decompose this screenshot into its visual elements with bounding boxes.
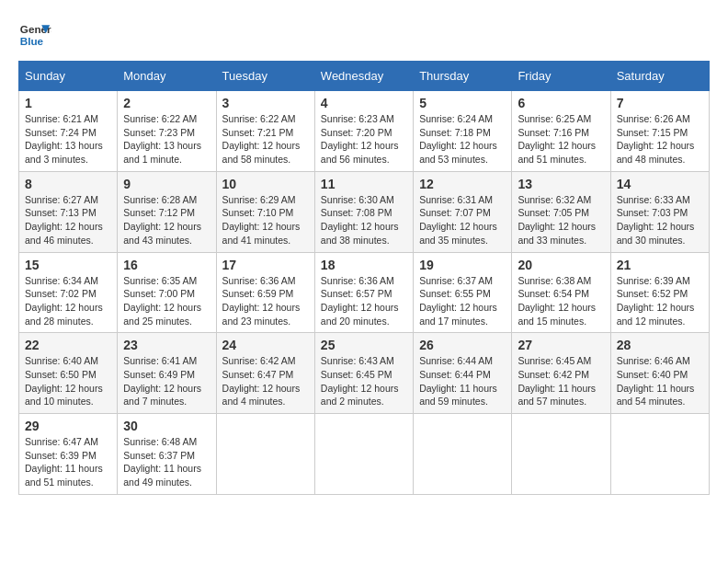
day-number: 9 — [123, 177, 210, 191]
col-wednesday: Wednesday — [314, 62, 413, 91]
calendar-cell: 24Sunrise: 6:42 AMSunset: 6:47 PMDayligh… — [216, 333, 314, 414]
day-number: 25 — [321, 338, 407, 352]
day-number: 10 — [222, 177, 309, 191]
day-number: 19 — [419, 258, 506, 272]
day-detail: Sunrise: 6:33 AMSunset: 7:03 PMDaylight:… — [617, 193, 703, 247]
day-number: 18 — [321, 258, 407, 272]
calendar-cell: 26Sunrise: 6:44 AMSunset: 6:44 PMDayligh… — [414, 333, 512, 414]
day-detail: Sunrise: 6:28 AMSunset: 7:12 PMDaylight:… — [123, 193, 210, 247]
col-friday: Friday — [512, 62, 610, 91]
logo-icon: General Blue — [18, 18, 51, 52]
calendar-cell — [314, 414, 413, 495]
calendar-cell: 12Sunrise: 6:31 AMSunset: 7:07 PMDayligh… — [414, 171, 512, 252]
calendar-cell: 11Sunrise: 6:30 AMSunset: 7:08 PMDayligh… — [314, 171, 413, 252]
day-number: 8 — [25, 177, 111, 191]
header: General Blue — [18, 18, 710, 52]
day-number: 5 — [419, 96, 506, 110]
calendar-cell: 28Sunrise: 6:46 AMSunset: 6:40 PMDayligh… — [610, 333, 709, 414]
day-number: 29 — [25, 419, 111, 433]
day-number: 22 — [25, 338, 111, 352]
calendar-cell: 6Sunrise: 6:25 AMSunset: 7:16 PMDaylight… — [512, 91, 610, 172]
col-sunday: Sunday — [19, 62, 118, 91]
day-number: 13 — [518, 177, 604, 191]
day-number: 7 — [617, 96, 703, 110]
calendar-cell: 20Sunrise: 6:38 AMSunset: 6:54 PMDayligh… — [512, 252, 610, 333]
day-detail: Sunrise: 6:21 AMSunset: 7:24 PMDaylight:… — [25, 112, 111, 167]
day-detail: Sunrise: 6:22 AMSunset: 7:23 PMDaylight:… — [123, 112, 210, 167]
day-number: 16 — [123, 258, 210, 272]
calendar-cell — [512, 414, 610, 495]
day-number: 3 — [222, 96, 309, 110]
calendar-cell: 17Sunrise: 6:36 AMSunset: 6:59 PMDayligh… — [216, 252, 314, 333]
day-number: 14 — [617, 177, 703, 191]
col-monday: Monday — [118, 62, 216, 91]
day-detail: Sunrise: 6:39 AMSunset: 6:52 PMDaylight:… — [617, 274, 703, 328]
day-number: 30 — [123, 419, 210, 433]
day-detail: Sunrise: 6:36 AMSunset: 6:59 PMDaylight:… — [222, 274, 309, 328]
calendar-cell — [414, 414, 512, 495]
day-detail: Sunrise: 6:29 AMSunset: 7:10 PMDaylight:… — [222, 193, 309, 247]
day-detail: Sunrise: 6:26 AMSunset: 7:15 PMDaylight:… — [617, 112, 703, 167]
calendar-cell: 7Sunrise: 6:26 AMSunset: 7:15 PMDaylight… — [610, 91, 709, 172]
calendar-cell: 9Sunrise: 6:28 AMSunset: 7:12 PMDaylight… — [118, 171, 216, 252]
calendar-cell: 19Sunrise: 6:37 AMSunset: 6:55 PMDayligh… — [414, 252, 512, 333]
day-number: 28 — [617, 338, 703, 352]
calendar-week-row: 29Sunrise: 6:47 AMSunset: 6:39 PMDayligh… — [19, 414, 710, 495]
calendar-cell: 23Sunrise: 6:41 AMSunset: 6:49 PMDayligh… — [118, 333, 216, 414]
calendar-cell — [610, 414, 709, 495]
day-detail: Sunrise: 6:44 AMSunset: 6:44 PMDaylight:… — [419, 354, 506, 408]
calendar-cell: 3Sunrise: 6:22 AMSunset: 7:21 PMDaylight… — [216, 91, 314, 172]
day-detail: Sunrise: 6:27 AMSunset: 7:13 PMDaylight:… — [25, 193, 111, 247]
day-detail: Sunrise: 6:36 AMSunset: 6:57 PMDaylight:… — [321, 274, 407, 328]
day-detail: Sunrise: 6:46 AMSunset: 6:40 PMDaylight:… — [617, 354, 703, 408]
svg-text:Blue: Blue — [20, 35, 44, 47]
day-detail: Sunrise: 6:41 AMSunset: 6:49 PMDaylight:… — [123, 354, 210, 408]
calendar-cell: 30Sunrise: 6:48 AMSunset: 6:37 PMDayligh… — [118, 414, 216, 495]
calendar-cell: 13Sunrise: 6:32 AMSunset: 7:05 PMDayligh… — [512, 171, 610, 252]
day-detail: Sunrise: 6:40 AMSunset: 6:50 PMDaylight:… — [25, 354, 111, 408]
day-number: 12 — [419, 177, 506, 191]
day-detail: Sunrise: 6:43 AMSunset: 6:45 PMDaylight:… — [321, 354, 407, 408]
calendar-cell: 15Sunrise: 6:34 AMSunset: 7:02 PMDayligh… — [19, 252, 118, 333]
calendar-cell: 4Sunrise: 6:23 AMSunset: 7:20 PMDaylight… — [314, 91, 413, 172]
day-detail: Sunrise: 6:38 AMSunset: 6:54 PMDaylight:… — [518, 274, 604, 328]
day-number: 4 — [321, 96, 407, 110]
calendar-cell: 2Sunrise: 6:22 AMSunset: 7:23 PMDaylight… — [118, 91, 216, 172]
day-detail: Sunrise: 6:42 AMSunset: 6:47 PMDaylight:… — [222, 354, 309, 408]
calendar-cell: 8Sunrise: 6:27 AMSunset: 7:13 PMDaylight… — [19, 171, 118, 252]
calendar-cell: 27Sunrise: 6:45 AMSunset: 6:42 PMDayligh… — [512, 333, 610, 414]
day-detail: Sunrise: 6:34 AMSunset: 7:02 PMDaylight:… — [25, 274, 111, 328]
day-detail: Sunrise: 6:24 AMSunset: 7:18 PMDaylight:… — [419, 112, 506, 167]
calendar-week-row: 8Sunrise: 6:27 AMSunset: 7:13 PMDaylight… — [19, 171, 710, 252]
calendar-cell: 5Sunrise: 6:24 AMSunset: 7:18 PMDaylight… — [414, 91, 512, 172]
day-number: 24 — [222, 338, 309, 352]
day-detail: Sunrise: 6:45 AMSunset: 6:42 PMDaylight:… — [518, 354, 604, 408]
day-detail: Sunrise: 6:25 AMSunset: 7:16 PMDaylight:… — [518, 112, 604, 167]
day-number: 17 — [222, 258, 309, 272]
day-detail: Sunrise: 6:37 AMSunset: 6:55 PMDaylight:… — [419, 274, 506, 328]
day-number: 1 — [25, 96, 111, 110]
calendar-cell: 21Sunrise: 6:39 AMSunset: 6:52 PMDayligh… — [610, 252, 709, 333]
calendar-header-row: Sunday Monday Tuesday Wednesday Thursday… — [19, 62, 710, 91]
day-number: 21 — [617, 258, 703, 272]
col-thursday: Thursday — [414, 62, 512, 91]
calendar-cell: 29Sunrise: 6:47 AMSunset: 6:39 PMDayligh… — [19, 414, 118, 495]
day-number: 23 — [123, 338, 210, 352]
calendar-week-row: 22Sunrise: 6:40 AMSunset: 6:50 PMDayligh… — [19, 333, 710, 414]
col-tuesday: Tuesday — [216, 62, 314, 91]
logo: General Blue — [18, 18, 57, 52]
day-detail: Sunrise: 6:48 AMSunset: 6:37 PMDaylight:… — [123, 435, 210, 489]
page-container: General Blue Sunday Monday Tuesday Wedne… — [18, 18, 710, 495]
day-detail: Sunrise: 6:35 AMSunset: 7:00 PMDaylight:… — [123, 274, 210, 328]
calendar-cell: 18Sunrise: 6:36 AMSunset: 6:57 PMDayligh… — [314, 252, 413, 333]
calendar-cell: 1Sunrise: 6:21 AMSunset: 7:24 PMDaylight… — [19, 91, 118, 172]
calendar-cell: 22Sunrise: 6:40 AMSunset: 6:50 PMDayligh… — [19, 333, 118, 414]
day-detail: Sunrise: 6:22 AMSunset: 7:21 PMDaylight:… — [222, 112, 309, 167]
calendar-week-row: 15Sunrise: 6:34 AMSunset: 7:02 PMDayligh… — [19, 252, 710, 333]
day-detail: Sunrise: 6:47 AMSunset: 6:39 PMDaylight:… — [25, 435, 111, 489]
day-number: 6 — [518, 96, 604, 110]
day-detail: Sunrise: 6:23 AMSunset: 7:20 PMDaylight:… — [321, 112, 407, 167]
calendar-cell: 16Sunrise: 6:35 AMSunset: 7:00 PMDayligh… — [118, 252, 216, 333]
day-number: 27 — [518, 338, 604, 352]
calendar-week-row: 1Sunrise: 6:21 AMSunset: 7:24 PMDaylight… — [19, 91, 710, 172]
